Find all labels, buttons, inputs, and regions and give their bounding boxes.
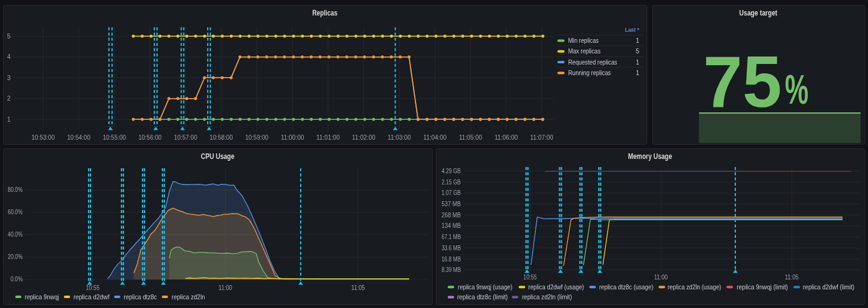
svg-text:4: 4 xyxy=(7,53,11,60)
svg-text:replica zd2ln (limit): replica zd2ln (limit) xyxy=(522,293,572,301)
svg-text:Running replicas: Running replicas xyxy=(568,70,611,76)
svg-text:10:55: 10:55 xyxy=(86,284,100,291)
svg-text:4.29 GB: 4.29 GB xyxy=(441,168,461,174)
svg-text:11:05:00: 11:05:00 xyxy=(459,134,482,141)
svg-text:10:54:00: 10:54:00 xyxy=(67,134,91,141)
svg-text:0.0%: 0.0% xyxy=(11,276,23,283)
svg-text:11:05: 11:05 xyxy=(352,284,365,291)
svg-text:10:59:00: 10:59:00 xyxy=(245,134,268,141)
svg-text:Memory Usage: Memory Usage xyxy=(628,152,672,161)
svg-text:replica 9nwqj: replica 9nwqj xyxy=(25,293,59,301)
svg-text:replica zd2ln (usage): replica zd2ln (usage) xyxy=(668,283,721,291)
svg-text:replica 9nwqj (limit): replica 9nwqj (limit) xyxy=(737,283,788,291)
svg-text:Max replicas: Max replicas xyxy=(568,48,600,55)
svg-text:10:55:00: 10:55:00 xyxy=(103,134,126,141)
svg-text:replica dtz8c (limit): replica dtz8c (limit) xyxy=(457,293,508,301)
svg-text:5: 5 xyxy=(636,48,639,55)
svg-text:11:01:00: 11:01:00 xyxy=(316,134,340,141)
svg-text:Usage target: Usage target xyxy=(739,9,777,17)
svg-text:537 MB: 537 MB xyxy=(441,201,461,207)
svg-text:80.0%: 80.0% xyxy=(8,186,23,193)
svg-text:10:53:00: 10:53:00 xyxy=(32,134,55,141)
svg-text:replica dtz8c (usage): replica dtz8c (usage) xyxy=(599,283,653,291)
svg-text:11:00:00: 11:00:00 xyxy=(281,134,304,141)
svg-text:60.0%: 60.0% xyxy=(8,209,23,215)
svg-text:10:58:00: 10:58:00 xyxy=(210,134,233,141)
svg-text:11:05: 11:05 xyxy=(785,274,799,281)
svg-text:67.1 MB: 67.1 MB xyxy=(441,233,461,240)
svg-text:11:04:00: 11:04:00 xyxy=(423,134,447,141)
svg-text:5: 5 xyxy=(7,33,11,40)
svg-text:1.07 GB: 1.07 GB xyxy=(441,189,461,196)
svg-text:replica zd2ln: replica zd2ln xyxy=(172,293,205,301)
svg-text:1: 1 xyxy=(636,59,639,66)
svg-text:2.15 GB: 2.15 GB xyxy=(441,179,461,186)
svg-text:11:00: 11:00 xyxy=(219,284,232,291)
svg-text:10:55: 10:55 xyxy=(523,274,537,281)
svg-text:11:07:00: 11:07:00 xyxy=(530,134,554,141)
svg-text:40.0%: 40.0% xyxy=(8,231,23,238)
svg-text:20.0%: 20.0% xyxy=(8,253,23,260)
svg-text:75: 75 xyxy=(703,41,782,122)
svg-text:268 MB: 268 MB xyxy=(441,212,461,219)
svg-text:Last *: Last * xyxy=(625,26,639,33)
svg-text:Replicas: Replicas xyxy=(312,9,338,17)
svg-text:replica d2dwf (limit): replica d2dwf (limit) xyxy=(803,283,854,291)
svg-text:11:00: 11:00 xyxy=(654,274,668,281)
svg-text:10:57:00: 10:57:00 xyxy=(174,134,198,141)
svg-text:11:02:00: 11:02:00 xyxy=(352,134,376,141)
svg-text:1: 1 xyxy=(636,70,639,76)
svg-text:Requested replicas: Requested replicas xyxy=(568,59,617,66)
svg-text:1: 1 xyxy=(636,37,639,44)
svg-text:3: 3 xyxy=(7,75,11,81)
svg-text:replica 9nwqj (usage): replica 9nwqj (usage) xyxy=(458,283,513,291)
svg-text:10:56:00: 10:56:00 xyxy=(138,134,162,141)
svg-text:134 MB: 134 MB xyxy=(441,222,461,229)
svg-text:replica d2dwf (usage): replica d2dwf (usage) xyxy=(528,283,584,291)
svg-text:replica dtz8c: replica dtz8c xyxy=(124,293,157,301)
svg-text:8.39 MB: 8.39 MB xyxy=(441,266,461,273)
svg-text:11:06:00: 11:06:00 xyxy=(495,134,518,141)
svg-text:16.8 MB: 16.8 MB xyxy=(441,256,461,263)
svg-text:11:03:00: 11:03:00 xyxy=(388,134,411,141)
svg-text:33.6 MB: 33.6 MB xyxy=(441,245,461,251)
svg-text:replica d2dwf: replica d2dwf xyxy=(73,293,109,301)
svg-text:Min replicas: Min replicas xyxy=(568,37,598,44)
svg-text:1: 1 xyxy=(7,116,11,123)
svg-text:CPU Usage: CPU Usage xyxy=(201,152,234,161)
svg-text:%: % xyxy=(785,66,808,112)
svg-text:2: 2 xyxy=(7,95,11,102)
